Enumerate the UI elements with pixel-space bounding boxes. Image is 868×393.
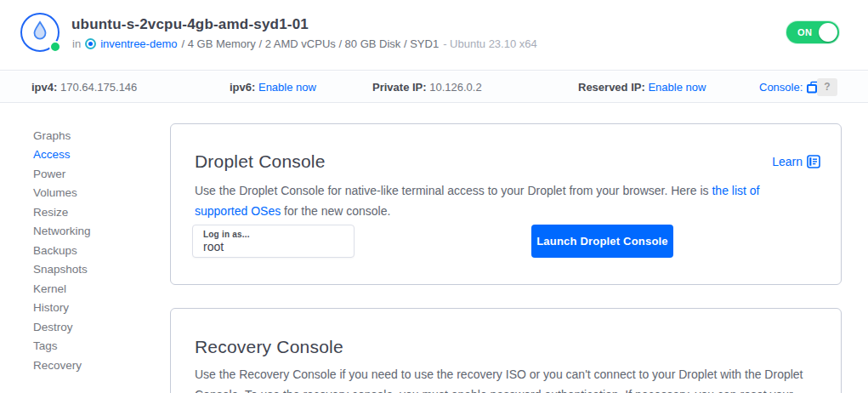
learn-link[interactable]: Learn (772, 155, 820, 168)
sidebar-item-recovery[interactable]: Recovery (33, 356, 161, 375)
droplet-console-card: Droplet Console Learn Use the Droplet Co… (170, 123, 842, 285)
reserved-ip-label: Reserved IP: (578, 81, 645, 94)
ipv4-value: 170.64.175.146 (60, 81, 137, 94)
project-link[interactable]: inventree-demo (100, 37, 177, 50)
description-text-start: Use the Droplet Console for native-like … (195, 184, 712, 197)
sidebar-item-destroy[interactable]: Destroy (33, 317, 161, 337)
ipv6-group: ipv6: Enable now (230, 81, 316, 94)
description-text-end: for the new console. (281, 204, 390, 218)
sidebar-item-resize[interactable]: Resize (33, 202, 161, 222)
sidebar-item-access[interactable]: Access (33, 145, 161, 165)
recovery-console-card: Recovery Console Use the Recovery Consol… (170, 308, 842, 393)
reserved-ip-group: Reserved IP: Enable now (578, 81, 706, 94)
power-toggle-label: ON (797, 27, 813, 37)
learn-label: Learn (772, 155, 803, 168)
power-toggle[interactable]: ON (786, 21, 839, 43)
ipv6-label: ipv6: (230, 81, 255, 94)
launch-droplet-console-button[interactable]: Launch Droplet Console (531, 225, 673, 258)
docs-icon (807, 155, 820, 168)
recovery-console-description: Use the Recovery Console if you need to … (195, 364, 814, 393)
ipv4-label: ipv4: (31, 81, 57, 94)
droplet-subtitle: in inventree-demo / 4 GB Memory / 2 AMD … (72, 37, 537, 50)
droplet-specs: / 4 GB Memory / 2 AMD vCPUs / 80 GB Disk… (181, 37, 439, 50)
private-ip-group: Private IP: 10.126.0.2 (372, 81, 482, 94)
login-as-field[interactable]: Log in as... (192, 225, 355, 258)
droplet-os: - Ubuntu 23.10 x64 (443, 37, 537, 50)
console-launcher[interactable]: Console: (759, 81, 820, 94)
droplet-console-title: Droplet Console (195, 151, 326, 172)
sidebar-item-networking[interactable]: Networking (33, 222, 161, 242)
sidebar-item-history[interactable]: History (33, 299, 161, 318)
droplet-console-description: Use the Droplet Console for native-like … (195, 180, 814, 221)
recovery-console-title: Recovery Console (195, 337, 343, 357)
sidebar-item-graphs[interactable]: Graphs (33, 126, 161, 145)
ip-bar: ipv4: 170.64.175.146 ipv6: Enable now Pr… (0, 71, 868, 103)
page-title: ubuntu-s-2vcpu-4gb-amd-syd1-01 (71, 16, 309, 33)
help-button[interactable]: ? (817, 78, 837, 96)
droplet-page: ubuntu-s-2vcpu-4gb-amd-syd1-01 in invent… (0, 0, 868, 393)
sidebar-item-kernel[interactable]: Kernel (33, 279, 161, 299)
private-ip-label: Private IP: (372, 81, 427, 94)
droplet-sidebar: Graphs Access Power Volumes Resize Netwo… (33, 126, 161, 375)
sidebar-item-volumes[interactable]: Volumes (33, 184, 161, 203)
sidebar-item-snapshots[interactable]: Snapshots (33, 260, 161, 280)
sidebar-item-tags[interactable]: Tags (33, 337, 161, 356)
power-toggle-knob[interactable] (819, 23, 837, 42)
ipv6-enable-link[interactable]: Enable now (258, 81, 316, 94)
sidebar-item-backups[interactable]: Backups (33, 241, 161, 260)
login-as-label: Log in as... (203, 230, 354, 239)
ipv4-group: ipv4: 170.64.175.146 (31, 81, 137, 94)
login-as-input[interactable] (203, 240, 339, 253)
in-label: in (72, 37, 81, 50)
project-icon (85, 38, 96, 49)
sidebar-item-power[interactable]: Power (33, 164, 161, 184)
droplet-logo-icon (20, 13, 60, 52)
droplet-header: ubuntu-s-2vcpu-4gb-amd-syd1-01 in invent… (0, 0, 868, 71)
status-online-dot (49, 41, 61, 53)
private-ip-value: 10.126.0.2 (429, 81, 481, 94)
console-label: Console: (759, 81, 803, 94)
reserved-ip-enable-link[interactable]: Enable now (648, 81, 706, 94)
droplet-icon (30, 20, 50, 43)
